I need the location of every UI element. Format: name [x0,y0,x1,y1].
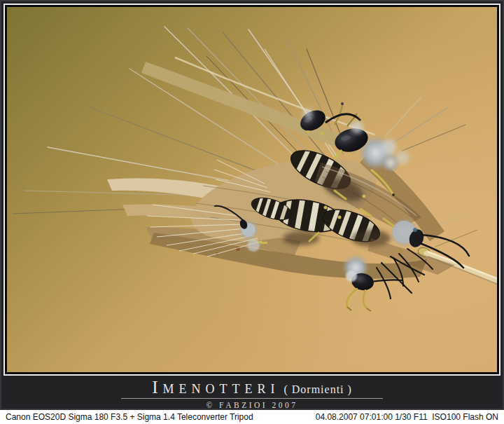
photo-title: IMENOTTERI( Dormienti ) [1,379,503,398]
dark-frame-mat: IMENOTTERI( Dormienti ) © FABZIOI 2007 [0,0,504,410]
exif-camera-info: Canon EOS20D Sigma 180 F3.5 + Sigma 1.4 … [6,410,253,424]
caption-divider [121,398,383,399]
title-initial: I [152,378,162,397]
exif-exposure-info: 04.08.2007 07:01:00 1/30 F11 ISO100 Flas… [316,410,498,424]
bees-on-wheat-illustration [7,7,497,372]
photo [7,7,497,372]
framed-photo-page: IMENOTTERI( Dormienti ) © FABZIOI 2007 C… [0,0,504,424]
copyright-credit: © FABZIOI 2007 [1,401,503,409]
exif-bar: Canon EOS20D Sigma 180 F3.5 + Sigma 1.4 … [0,410,504,424]
photo-subtitle: ( Dormienti ) [284,383,351,395]
photo-border-line [4,4,500,376]
title-rest: MENOTTERI [162,382,279,396]
caption-band: IMENOTTERI( Dormienti ) © FABZIOI 2007 [1,379,503,409]
